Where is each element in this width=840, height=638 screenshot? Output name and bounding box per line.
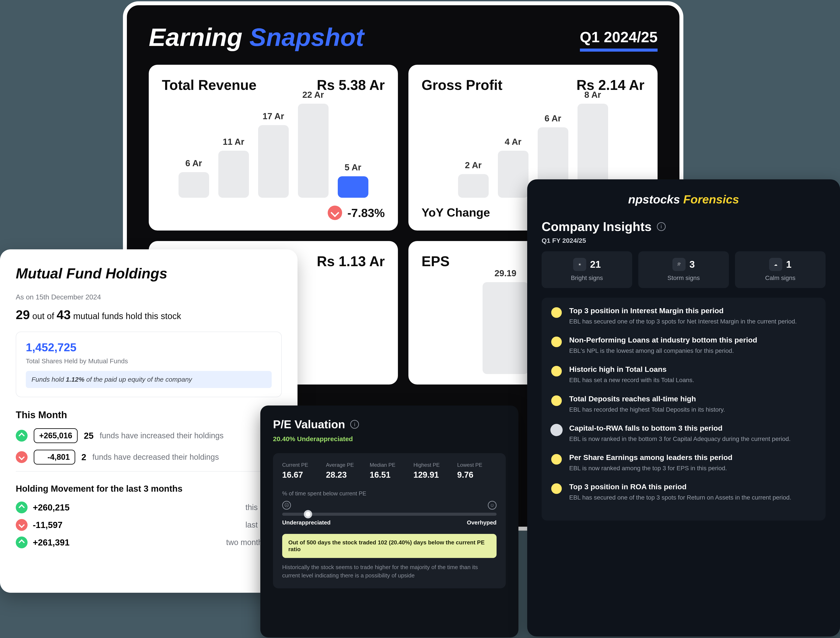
arrow-up-icon [16, 537, 28, 548]
mf-total-box: 1,452,725 Total Shares Held by Mutual Fu… [16, 332, 282, 397]
info-icon[interactable]: i [350, 420, 359, 429]
insights-panel: Top 3 position in Interest Margin this p… [542, 298, 826, 521]
earning-title-a: Earning [149, 23, 249, 51]
mf-movement-row: -11,597last month [16, 519, 282, 531]
mf-title: Mutual Fund Holdings [16, 265, 282, 282]
sun-icon: ☀ [573, 258, 586, 271]
arrow-down-icon [16, 451, 28, 463]
earning-period[interactable]: Q1 2024/25 [580, 28, 658, 52]
sun-icon [550, 336, 563, 348]
mf-increase-row: +265,016 25 funds have increased their h… [16, 428, 282, 443]
arrow-up-icon [16, 430, 28, 442]
mf-this-month-title: This Month [16, 409, 282, 420]
calm-icon: ☁ [769, 258, 782, 271]
earning-title-b: Snapshot [249, 23, 364, 51]
forensics-logo: npstocks Forensics [542, 193, 826, 206]
sad-face-icon: ☹ [282, 501, 291, 510]
insight-row: Historic high in Total LoansEBL has set … [550, 365, 817, 384]
pe-stats-grid: Current PE16.67Average PE28.23Median PE1… [282, 462, 497, 480]
pe-slider-thumb[interactable] [304, 510, 312, 518]
happy-face-icon: ☺ [488, 501, 497, 510]
forensics-signs: ☀21Bright signs⛈3Storm signs☁1Calm signs [542, 251, 826, 288]
insight-row: Non-Performing Loans at industry bottom … [550, 336, 817, 355]
pe-note: Out of 500 days the stock traded 102 (20… [282, 534, 497, 558]
cloud-icon [550, 424, 563, 436]
forensics-title: Company Insights [542, 219, 652, 234]
sun-icon [550, 365, 563, 377]
mutual-fund-card: Mutual Fund Holdings As on 15th December… [0, 250, 297, 593]
mf-equity-strip: Funds hold 1.12% of the paid up equity o… [26, 371, 272, 388]
sun-icon [550, 453, 563, 466]
arrow-down-icon [16, 519, 28, 531]
mf-movement-row: +260,215this month [16, 502, 282, 513]
pe-valuation-card: P/E Valuation i 20.40% Underappreciated … [260, 406, 518, 637]
storm-icon: ⛈ [673, 258, 685, 271]
pe-status: 20.40% Underappreciated [273, 435, 506, 443]
pe-title: P/E Valuation [273, 418, 345, 431]
metric-title: Total Revenue [162, 77, 257, 93]
yoy-change-label: YoY Change [422, 205, 490, 219]
mf-movement-title: Holding Movement for the last 3 months [16, 484, 282, 494]
insight-row: Total Deposits reaches all-time highEBL … [550, 395, 817, 414]
revenue-change: -7.83% [347, 206, 385, 220]
forensics-card: npstocks Forensics Company Insights i Q1… [527, 179, 840, 636]
sun-icon [550, 483, 563, 495]
metric-total-revenue: Total Revenue Rs 5.38 Ar 6 Ar 11 Ar 17 A… [149, 65, 398, 231]
arrow-up-icon [16, 502, 28, 513]
sign-tile[interactable]: ☀21Bright signs [542, 251, 632, 288]
insight-row: Top 3 position in Interest Margin this p… [550, 306, 817, 326]
info-icon[interactable]: i [657, 222, 666, 231]
insight-row: Top 3 position in ROA this periodEBL has… [550, 483, 817, 502]
mf-movement-row: +261,391two months ago [16, 537, 282, 548]
forensics-period: Q1 FY 2024/25 [542, 237, 826, 244]
mf-movement-list: +260,215this month-11,597last month+261,… [16, 502, 282, 548]
earning-title: Earning Snapshot [149, 23, 364, 52]
sun-icon [550, 306, 563, 319]
mf-total-shares: 1,452,725 [26, 341, 272, 354]
insight-row: Capital-to-RWA falls to bottom 3 this pe… [550, 424, 817, 443]
arrow-down-icon [328, 205, 342, 220]
revenue-bars: 6 Ar 11 Ar 17 Ar 22 Ar 5 Ar [162, 104, 385, 198]
pe-footnote: Historically the stock seems to trade hi… [282, 563, 497, 580]
sign-tile[interactable]: ⛈3Storm signs [638, 251, 729, 288]
mf-asof: As on 15th December 2024 [16, 293, 282, 301]
mf-decrease-row: -4,801 2 funds have decreased their hold… [16, 450, 282, 464]
sun-icon [550, 395, 563, 407]
pe-slider[interactable] [282, 513, 497, 516]
insight-row: Per Share Earnings among leaders this pe… [550, 453, 817, 472]
sign-tile[interactable]: ☁1Calm signs [735, 251, 826, 288]
mf-held-line: 29 out of 43 mutual funds hold this stoc… [16, 307, 282, 322]
